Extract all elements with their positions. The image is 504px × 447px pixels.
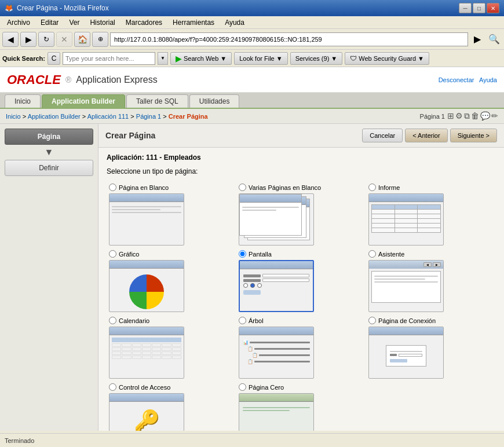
radio-login[interactable]: Página de Conexión xyxy=(368,317,436,324)
thumbnail-multi[interactable] xyxy=(239,193,314,246)
thumbnail-report[interactable] xyxy=(368,193,444,246)
disconnect-link[interactable]: Desconectar xyxy=(439,76,474,83)
menu-archivo[interactable]: Archivo xyxy=(2,17,35,28)
definir-button[interactable]: Definir xyxy=(5,160,93,176)
label-wizard: Asistente xyxy=(378,251,404,258)
next-button[interactable]: Siguiente > xyxy=(450,129,497,142)
radio-multi[interactable]: Varias Páginas en Blanco xyxy=(239,184,321,191)
menu-bar: Archivo Editar Ver Historial Marcadores … xyxy=(0,16,504,29)
page-type-access: Control de Acceso 🔑 xyxy=(109,383,234,431)
page-type-blank: Página en Blanco xyxy=(109,184,234,246)
tab-application-builder[interactable]: Application Builder xyxy=(42,94,125,108)
add-bookmark-button[interactable]: ⊕ xyxy=(92,32,108,47)
close-button[interactable]: ✕ xyxy=(487,3,499,13)
breadcrumb-app-builder[interactable]: Application Builder xyxy=(28,113,81,120)
menu-ayuda[interactable]: Ayuda xyxy=(220,17,249,28)
page-type-calendar: Calendario xyxy=(109,317,234,379)
services-button[interactable]: Services (9) ▼ xyxy=(290,52,343,65)
maximize-button[interactable]: □ xyxy=(473,3,485,13)
edit-icon: ✏ xyxy=(491,111,498,121)
radio-input-chart[interactable] xyxy=(109,250,116,258)
radio-report[interactable]: Informe xyxy=(368,184,400,191)
shield-icon: 🛡 xyxy=(350,54,357,63)
radio-access[interactable]: Control de Acceso xyxy=(109,383,170,391)
radio-tree[interactable]: Árbol xyxy=(239,317,264,324)
look-for-file-button[interactable]: Look for File ▼ xyxy=(234,52,287,65)
security-button[interactable]: 🛡 Web Security Guard ▼ xyxy=(345,52,429,65)
sidebar: Página ▼ Definir xyxy=(0,124,98,431)
pagina-button[interactable]: Página xyxy=(5,129,93,145)
radio-input-access[interactable] xyxy=(109,383,116,391)
back-button[interactable]: ◀ xyxy=(2,32,19,47)
thumbnail-blank[interactable] xyxy=(109,193,184,246)
menu-ver[interactable]: Ver xyxy=(64,17,84,28)
go-button[interactable]: ▶ xyxy=(470,32,485,47)
menu-herramientas[interactable]: Herramientas xyxy=(168,17,219,28)
minimize-button[interactable]: ─ xyxy=(459,3,472,13)
search-dropdown-button[interactable]: ▼ xyxy=(158,52,168,65)
radio-input-form[interactable] xyxy=(239,250,246,258)
cancel-button[interactable]: Cancelar xyxy=(362,129,403,142)
page-type-form: Pantalla xyxy=(239,250,364,312)
breadcrumb: Inicio > Application Builder > Aplicació… xyxy=(6,113,208,120)
radio-wizard[interactable]: Asistente xyxy=(368,250,404,258)
menu-historial[interactable]: Historial xyxy=(85,17,119,28)
radio-input-login[interactable] xyxy=(368,317,376,324)
radio-input-tree[interactable] xyxy=(239,317,246,324)
header-buttons: Cancelar < Anterior Siguiente > xyxy=(362,129,497,142)
label-calendar: Calendario xyxy=(119,317,149,324)
radio-zero[interactable]: Página Cero xyxy=(239,383,284,391)
radio-input-multi[interactable] xyxy=(239,184,246,191)
radio-input-calendar[interactable] xyxy=(109,317,116,324)
help-link[interactable]: Ayuda xyxy=(479,76,497,83)
thumbnail-wizard[interactable]: ◀ ▶ xyxy=(368,260,444,312)
thumb-body-blank xyxy=(109,202,184,217)
logo-separator: ® xyxy=(65,75,71,85)
app-info: Aplicación: 111 - Empleados xyxy=(107,153,496,162)
services-label: Services (9) xyxy=(295,55,330,62)
radio-calendar[interactable]: Calendario xyxy=(109,317,149,324)
delete-icon: 🗑 xyxy=(471,111,479,121)
radio-input-blank[interactable] xyxy=(109,184,116,191)
thumbnail-tree[interactable]: 📊 📋 📋 📋 xyxy=(239,327,314,379)
menu-marcadores[interactable]: Marcadores xyxy=(121,17,167,28)
search-icon[interactable]: 🔍 xyxy=(487,32,502,47)
tab-taller-sql[interactable]: Taller de SQL xyxy=(126,94,188,108)
radio-input-zero[interactable] xyxy=(239,383,246,391)
prev-button[interactable]: < Anterior xyxy=(405,129,447,142)
radio-input-report[interactable] xyxy=(368,184,376,191)
radio-blank[interactable]: Página en Blanco xyxy=(109,184,169,191)
search-icon-box[interactable]: C xyxy=(48,52,60,65)
radio-input-wizard[interactable] xyxy=(368,250,376,258)
forward-button[interactable]: ▶ xyxy=(20,32,36,47)
home-button[interactable]: 🏠 xyxy=(74,32,90,47)
reload-button[interactable]: ↻ xyxy=(38,32,54,47)
firefox-icon: 🦊 xyxy=(5,4,13,12)
nav-toolbar: ◀ ▶ ↻ ✕ 🏠 ⊕ ▶ 🔍 xyxy=(0,29,504,50)
tab-inicio[interactable]: Inicio xyxy=(5,94,41,108)
pagina-icons: ⊞ ⚙ ⧉ 🗑 💬 ✏ xyxy=(447,111,498,121)
thumbnail-access[interactable]: 🔑 xyxy=(109,393,184,431)
radio-form[interactable]: Pantalla xyxy=(239,250,272,258)
radio-chart[interactable]: Gráfico xyxy=(109,250,139,258)
stop-button[interactable]: ✕ xyxy=(56,32,72,47)
thumbnail-form[interactable] xyxy=(239,260,314,312)
down-arrow-icon: ▼ xyxy=(5,147,93,157)
thumbnail-calendar[interactable] xyxy=(109,327,184,379)
search-web-button[interactable]: ▶ Search Web ▼ xyxy=(170,52,232,65)
page-type-report: Informe xyxy=(368,184,494,246)
breadcrumb-current: Crear Página xyxy=(169,113,208,120)
page-type-tree: Árbol 📊 📋 xyxy=(239,317,364,379)
breadcrumb-inicio[interactable]: Inicio xyxy=(6,113,21,120)
search-input[interactable] xyxy=(63,52,155,65)
thumbnail-chart[interactable] xyxy=(109,260,184,312)
tab-utilidades[interactable]: Utilidades xyxy=(189,94,240,108)
oracle-text: ORACLE xyxy=(7,72,61,87)
breadcrumb-aplicacion[interactable]: Aplicación 111 xyxy=(87,113,129,120)
breadcrumb-pagina1[interactable]: Página 1 xyxy=(136,113,161,120)
thumbnail-login[interactable] xyxy=(368,327,444,379)
menu-editar[interactable]: Editar xyxy=(36,17,63,28)
thumbnail-zero[interactable] xyxy=(239,393,314,431)
pagina-label: Página 1 ⊞ ⚙ ⧉ 🗑 💬 ✏ xyxy=(420,111,498,121)
address-bar[interactable] xyxy=(110,32,468,46)
